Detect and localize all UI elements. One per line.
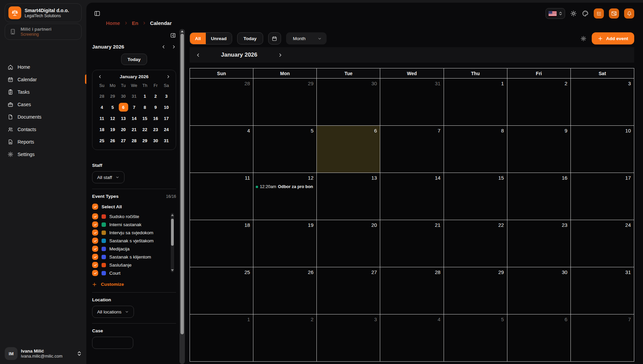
event-type-row[interactable]: Intervju sa svjedokom <box>92 229 167 237</box>
mini-day[interactable]: 30 <box>118 92 129 100</box>
mini-day[interactable]: 20 <box>118 125 129 134</box>
day-cell[interactable]: 7 <box>380 126 444 173</box>
filter-unread-button[interactable]: Unread <box>206 33 232 44</box>
mini-day[interactable]: 3 <box>161 92 172 100</box>
mini-day[interactable]: 16 <box>150 114 161 123</box>
language-select[interactable] <box>546 8 565 19</box>
day-cell[interactable]: 3 <box>317 314 380 362</box>
mini-day[interactable]: 21 <box>129 125 140 134</box>
messages-button[interactable] <box>609 8 619 19</box>
day-cell[interactable]: 23 <box>507 220 571 267</box>
mini-day[interactable]: 28 <box>96 92 107 100</box>
mini-day[interactable]: 12 <box>107 114 118 123</box>
scrollbar-thumb[interactable] <box>180 34 184 334</box>
mini-day[interactable]: 24 <box>161 125 172 134</box>
day-cell[interactable]: 14 <box>380 173 444 220</box>
day-cell[interactable]: 6 <box>507 314 571 362</box>
day-cell[interactable]: 13 <box>317 173 380 220</box>
scroll-down-icon[interactable] <box>171 269 174 271</box>
today-button[interactable]: Today <box>237 32 263 44</box>
mini-day[interactable]: 2 <box>150 92 161 100</box>
day-cell[interactable]: 17 <box>571 173 634 220</box>
calendar-event[interactable]: 12:20amOdbor za pro bon <box>256 184 316 189</box>
mini-day[interactable]: 25 <box>96 136 107 145</box>
sidebar-item-tasks[interactable]: Tasks <box>5 86 82 98</box>
event-types-scrollbar[interactable] <box>171 213 174 272</box>
staff-select[interactable]: All staff <box>92 171 124 183</box>
day-cell[interactable]: 2 <box>507 79 571 126</box>
day-cell[interactable]: 6 <box>317 126 380 173</box>
sidebar-item-settings[interactable]: Settings <box>5 148 82 160</box>
sidebar-toggle-icon[interactable] <box>94 10 101 17</box>
event-type-row[interactable]: Sastanak s vještakom <box>92 237 167 245</box>
notifications-button[interactable] <box>624 8 634 19</box>
mini-day[interactable]: 27 <box>118 136 129 145</box>
task-list-button[interactable] <box>594 8 604 19</box>
user-card[interactable]: IM Ivana Milić ivana.milic@milic.com <box>5 347 82 360</box>
mini-day[interactable]: 29 <box>139 136 150 145</box>
sidebar-item-home[interactable]: Home <box>5 61 82 73</box>
mini-day[interactable]: 8 <box>139 103 150 112</box>
scroll-up-icon[interactable] <box>171 214 174 216</box>
day-cell[interactable]: 26 <box>253 267 317 314</box>
sidebar-item-contacts[interactable]: Contacts <box>5 123 82 135</box>
palette-icon[interactable] <box>582 10 589 17</box>
day-cell[interactable]: 1 <box>444 79 507 126</box>
day-cell[interactable]: 4 <box>380 314 444 362</box>
sidebar-item-reports[interactable]: Reports <box>5 135 82 148</box>
day-cell[interactable]: 4 <box>190 126 253 173</box>
view-select[interactable]: Month <box>286 32 327 44</box>
mini-day[interactable]: 10 <box>161 103 172 112</box>
day-cell[interactable]: 31 <box>571 267 634 314</box>
scroll-up-icon[interactable] <box>181 30 184 32</box>
mini-prev-icon[interactable] <box>98 74 102 79</box>
day-cell[interactable]: 18 <box>190 220 253 267</box>
vertical-scrollbar[interactable] <box>179 29 185 364</box>
day-cell[interactable]: 1 <box>190 314 253 362</box>
day-cell[interactable]: 28 <box>380 267 444 314</box>
day-cell[interactable]: 2 <box>253 314 317 362</box>
add-event-button[interactable]: Add event <box>592 32 634 44</box>
mini-day[interactable]: 26 <box>107 136 118 145</box>
mini-day[interactable]: 7 <box>129 103 140 112</box>
mini-day[interactable]: 17 <box>161 114 172 123</box>
sidebar-item-documents[interactable]: Documents <box>5 111 82 123</box>
day-cell[interactable]: 3 <box>571 79 634 126</box>
panel-today-button[interactable]: Today <box>121 54 147 65</box>
day-cell[interactable]: 9 <box>507 126 571 173</box>
date-picker-button[interactable] <box>268 32 281 44</box>
day-cell[interactable]: 16 <box>507 173 571 220</box>
day-cell[interactable]: 21 <box>380 220 444 267</box>
mini-day[interactable]: 28 <box>129 136 140 145</box>
day-cell[interactable]: 22 <box>444 220 507 267</box>
mini-day[interactable]: 23 <box>150 125 161 134</box>
day-cell[interactable]: 10 <box>571 126 634 173</box>
mini-day[interactable]: 14 <box>129 114 140 123</box>
mini-day[interactable]: 9 <box>150 103 161 112</box>
day-cell[interactable]: 15 <box>444 173 507 220</box>
customize-button[interactable]: Customize <box>92 282 124 287</box>
day-cell[interactable]: 20 <box>317 220 380 267</box>
mini-day[interactable]: 31 <box>161 136 172 145</box>
mini-day[interactable]: 22 <box>139 125 150 134</box>
location-select[interactable]: All locations <box>92 306 134 318</box>
case-select[interactable] <box>92 337 133 349</box>
scrollbar-thumb[interactable] <box>171 219 174 246</box>
breadcrumb-item-en[interactable]: En <box>132 20 138 26</box>
mini-day[interactable]: 6 <box>118 103 129 112</box>
event-type-row[interactable]: Interni sastanak <box>92 220 167 229</box>
org-card[interactable]: Smart4Digital d.o.o. LegalTech Solutions <box>5 3 82 22</box>
event-type-row[interactable]: Saslušanje <box>92 261 167 269</box>
mini-day[interactable]: 15 <box>139 114 150 123</box>
day-cell[interactable]: 7 <box>571 314 634 362</box>
mini-next-icon[interactable] <box>166 74 170 79</box>
event-type-row[interactable]: Sudsko ročište <box>92 212 167 220</box>
mini-day[interactable]: 18 <box>96 125 107 134</box>
mini-day[interactable]: 1 <box>139 92 150 100</box>
sidebar-item-cases[interactable]: Cases <box>5 98 82 111</box>
day-cell[interactable]: 31 <box>380 79 444 126</box>
mini-day[interactable]: 4 <box>96 103 107 112</box>
event-type-row[interactable]: Sastanak s klijentom <box>92 253 167 261</box>
day-cell[interactable]: 8 <box>444 126 507 173</box>
workspace-card[interactable]: Milić i partneri Screening <box>5 24 82 40</box>
